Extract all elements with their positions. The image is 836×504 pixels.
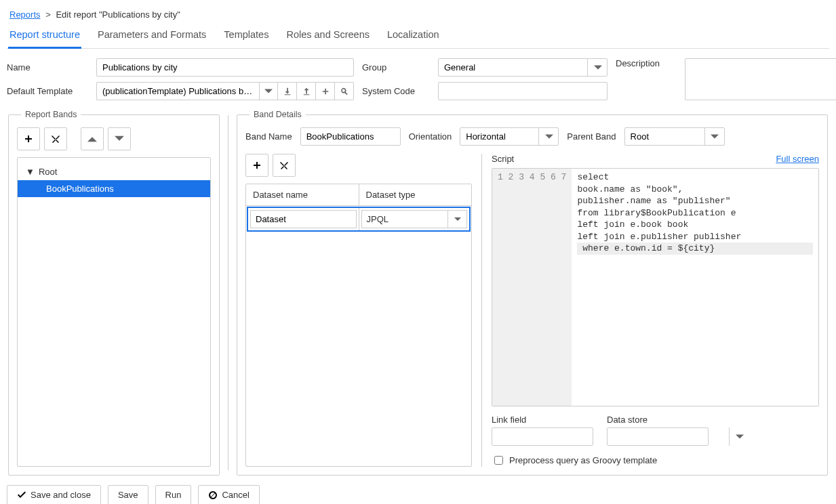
name-label: Name <box>7 62 88 72</box>
dataset-name-input[interactable] <box>250 210 357 228</box>
plus-icon[interactable] <box>316 82 335 100</box>
description-textarea[interactable] <box>685 58 836 100</box>
footer-buttons: Save and close Save Run Cancel <box>7 485 829 504</box>
save-label: Save <box>118 490 138 500</box>
move-up-button[interactable] <box>81 127 104 150</box>
run-label: Run <box>165 490 182 500</box>
default-template-combo <box>96 82 354 100</box>
breadcrumb-current: Edit report "Publications by city" <box>56 9 180 20</box>
orientation-label: Orientation <box>409 131 452 142</box>
system-code-label: System Code <box>362 86 430 96</box>
run-button[interactable]: Run <box>155 485 192 504</box>
chevron-down-icon[interactable] <box>704 127 725 146</box>
dataset-type-header[interactable]: Dataset type <box>359 184 472 205</box>
group-select-input[interactable] <box>438 58 608 77</box>
band-name-label: Band Name <box>245 131 292 142</box>
editor-code[interactable]: select book.name as "book", publisher.na… <box>572 169 818 406</box>
chevron-down-icon[interactable] <box>259 82 278 100</box>
name-input[interactable] <box>96 58 354 77</box>
parent-band-label: Parent Band <box>567 131 616 142</box>
save-and-close-label: Save and close <box>31 490 91 500</box>
tree-item-root[interactable]: ▼ Root <box>18 163 210 180</box>
dataset-type-select[interactable]: JPQL <box>361 210 468 228</box>
add-band-button[interactable] <box>17 127 40 150</box>
full-screen-link[interactable]: Full screen <box>776 154 819 164</box>
add-dataset-button[interactable] <box>245 154 268 177</box>
chevron-down-icon[interactable] <box>587 58 608 77</box>
form-grid: Name Group Description Default Template … <box>7 58 829 100</box>
group-label: Group <box>362 62 430 72</box>
check-icon <box>17 490 26 500</box>
dataset-table: Dataset name Dataset type JPQL <box>245 184 472 467</box>
inner-divider <box>481 154 482 467</box>
panel-divider <box>228 115 228 470</box>
chevron-down-icon[interactable] <box>447 211 466 228</box>
report-bands-panel: Report Bands ▼ Root BookPublications <box>8 110 220 476</box>
breadcrumb-root-link[interactable]: Reports <box>9 9 41 20</box>
caret-down-icon: ▼ <box>26 167 35 177</box>
data-store-label: Data store <box>607 415 749 425</box>
script-editor[interactable]: 1 2 3 4 5 6 7 select book.name as "book"… <box>492 168 819 406</box>
preprocess-checkbox[interactable] <box>494 456 503 465</box>
download-icon[interactable] <box>278 82 297 100</box>
move-down-button[interactable] <box>108 127 131 150</box>
remove-dataset-button[interactable] <box>273 154 296 177</box>
data-store-select-input[interactable] <box>607 427 709 446</box>
breadcrumb: Reports > Edit report "Publications by c… <box>7 7 829 25</box>
chevron-down-icon[interactable] <box>538 127 559 146</box>
data-store-select[interactable] <box>607 427 749 446</box>
tree-item-label: BookPublications <box>46 184 114 194</box>
default-template-input[interactable] <box>96 82 259 100</box>
save-button[interactable]: Save <box>108 485 148 504</box>
upload-icon[interactable] <box>297 82 316 100</box>
tree-item-label: Root <box>39 167 57 177</box>
ban-icon <box>208 490 218 500</box>
default-template-label: Default Template <box>7 86 88 96</box>
description-label: Description <box>616 58 677 68</box>
parent-band-select[interactable] <box>624 127 725 146</box>
system-code-input[interactable] <box>438 82 608 100</box>
table-row[interactable]: JPQL <box>247 207 471 232</box>
group-select[interactable] <box>438 58 608 77</box>
tab-report-structure[interactable]: Report structure <box>8 25 81 49</box>
band-details-legend: Band Details <box>250 110 306 119</box>
search-icon[interactable] <box>335 82 354 100</box>
chevron-down-icon[interactable] <box>729 427 749 446</box>
orientation-select[interactable] <box>460 127 559 146</box>
band-name-input[interactable] <box>300 127 401 146</box>
tab-parameters-formats[interactable]: Parameters and Formats <box>96 25 207 48</box>
report-bands-legend: Report Bands <box>21 110 81 119</box>
bands-tree[interactable]: ▼ Root BookPublications <box>17 157 211 467</box>
link-field-input[interactable] <box>492 427 593 446</box>
dataset-name-header[interactable]: Dataset name <box>246 184 359 205</box>
dataset-type-value: JPQL <box>362 211 448 228</box>
band-details-panel: Band Details Band Name Orientation Paren… <box>237 110 828 476</box>
editor-gutter: 1 2 3 4 5 6 7 <box>492 169 572 406</box>
cancel-button[interactable]: Cancel <box>198 485 259 504</box>
tree-item-bookpublications[interactable]: BookPublications <box>18 180 210 197</box>
tabs: Report structure Parameters and Formats … <box>7 25 829 49</box>
preprocess-label: Preprocess query as Groovy template <box>509 455 657 465</box>
tab-localization[interactable]: Localization <box>386 25 441 48</box>
tab-templates[interactable]: Templates <box>222 25 270 48</box>
link-field-label: Link field <box>492 415 593 425</box>
remove-band-button[interactable] <box>44 127 67 150</box>
tab-roles-screens[interactable]: Roles and Screens <box>285 25 371 48</box>
script-label: Script <box>492 154 514 164</box>
cancel-label: Cancel <box>222 490 249 500</box>
save-and-close-button[interactable]: Save and close <box>7 485 101 504</box>
breadcrumb-separator: > <box>45 9 51 20</box>
